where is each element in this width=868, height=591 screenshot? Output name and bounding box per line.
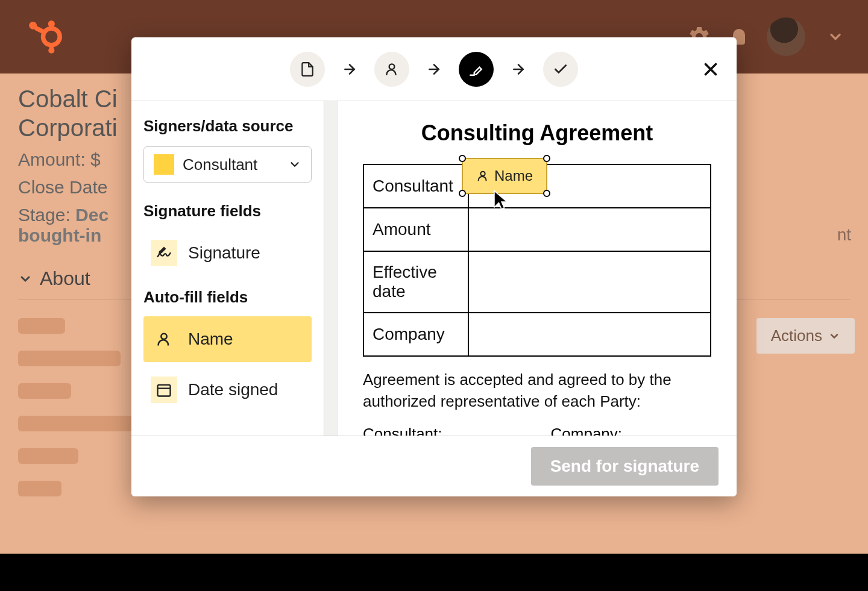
step-arrow-icon <box>342 61 357 77</box>
dropped-field-label: Name <box>494 167 533 184</box>
signature-fields-heading: Signature fields <box>143 202 312 220</box>
field-label: Date signed <box>188 380 278 399</box>
person-icon <box>476 169 489 183</box>
signer-color-swatch <box>154 154 174 175</box>
document-canvas[interactable]: Consulting Agreement Consultant Amount E… <box>338 101 737 436</box>
fields-sidebar: Signers/data source Consultant Signature… <box>131 101 324 436</box>
svg-point-8 <box>389 64 395 69</box>
autofill-fields-heading: Auto-fill fields <box>143 288 312 307</box>
table-row: Effective date <box>363 251 711 313</box>
step-document[interactable] <box>290 52 325 87</box>
step-arrow-icon <box>426 61 442 77</box>
close-button[interactable] <box>700 59 721 80</box>
step-review[interactable] <box>543 52 578 87</box>
resize-handle[interactable] <box>459 190 466 197</box>
table-row: Company <box>363 313 711 356</box>
signature-line-company: Company: <box>551 425 623 436</box>
field-label: Signature <box>188 243 260 263</box>
table-row: Amount <box>363 208 711 251</box>
field-signature[interactable]: Signature <box>143 230 312 276</box>
modal-stepper-header <box>131 37 737 101</box>
bottom-bar <box>0 554 868 591</box>
signature-line-consultant: Consultant: <box>363 425 442 436</box>
agreement-text: Agreement is accepted and agreed to by t… <box>363 369 711 413</box>
modal-backdrop: Signers/data source Consultant Signature… <box>0 0 868 591</box>
person-icon <box>151 326 177 352</box>
resize-handle[interactable] <box>543 155 550 162</box>
svg-rect-14 <box>158 385 171 396</box>
signature-icon <box>151 240 177 266</box>
svg-point-19 <box>480 172 485 176</box>
resize-handle[interactable] <box>543 190 550 197</box>
signer-select-label: Consultant <box>183 155 280 174</box>
field-label: Name <box>188 330 233 349</box>
signature-modal: Signers/data source Consultant Signature… <box>131 37 737 496</box>
signers-heading: Signers/data source <box>143 117 312 136</box>
chevron-down-icon <box>288 158 301 171</box>
field-name[interactable]: Name <box>143 316 312 362</box>
calendar-icon <box>151 377 177 403</box>
step-arrow-icon <box>511 61 526 77</box>
send-for-signature-button[interactable]: Send for signature <box>531 447 719 486</box>
resize-handle[interactable] <box>459 155 466 162</box>
step-fields[interactable] <box>459 52 494 87</box>
svg-point-13 <box>161 334 166 339</box>
modal-footer: Send for signature <box>131 436 737 496</box>
dropped-name-field[interactable]: Name <box>462 158 547 194</box>
field-date-signed[interactable]: Date signed <box>143 367 312 413</box>
sidebar-scroll-track[interactable] <box>324 101 338 436</box>
step-signer[interactable] <box>374 52 409 87</box>
signer-select[interactable]: Consultant <box>143 146 312 183</box>
document-title: Consulting Agreement <box>363 120 711 146</box>
